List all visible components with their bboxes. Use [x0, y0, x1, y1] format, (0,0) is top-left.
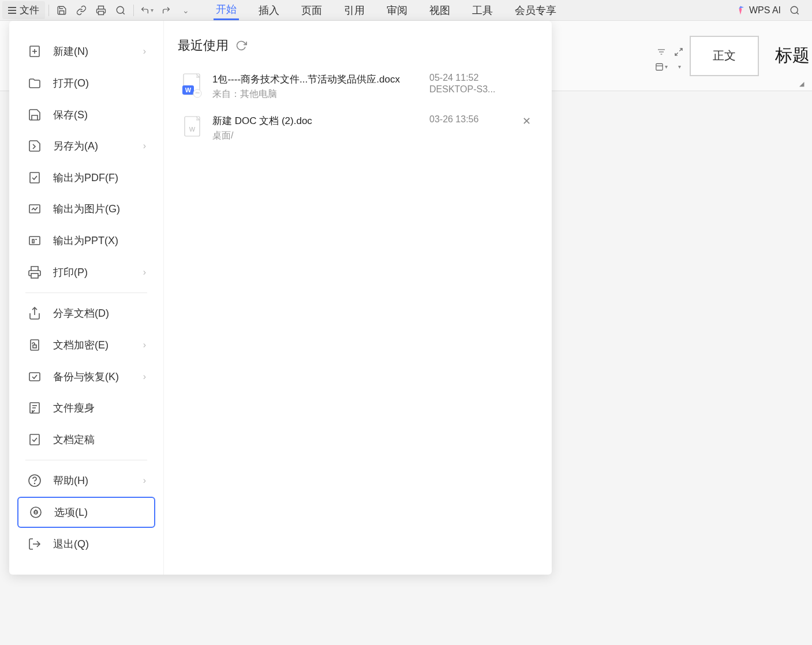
file-time: 03-26 13:56 — [429, 114, 510, 125]
svg-line-2 — [122, 12, 124, 14]
svg-text:W: W — [185, 87, 192, 93]
sidebar-item-icon — [27, 75, 43, 91]
svg-point-25 — [35, 483, 35, 484]
expand-icon-button[interactable] — [672, 46, 685, 58]
sidebar-item-label: 文件瘦身 — [53, 401, 146, 415]
ribbon-tab-label: 插入 — [259, 3, 279, 17]
preview-icon — [115, 5, 126, 16]
sidebar-item-label: 输出为PPT(X) — [53, 234, 146, 247]
sidebar-item-label: 新建(N) — [53, 44, 143, 58]
save-icon — [57, 5, 67, 16]
expand-icon — [674, 47, 683, 57]
ribbon-tab[interactable]: 会员专享 — [512, 0, 559, 20]
ribbon-tab[interactable]: 工具 — [470, 0, 495, 20]
sort-icon-button[interactable] — [655, 46, 668, 58]
recent-file-item[interactable]: W1包----商务技术文件...节活动奖品供应.docx来自：其他电脑05-24… — [178, 66, 538, 107]
sidebar-item-icon — [27, 107, 43, 123]
chevron-down-icon: ⌄ — [182, 6, 189, 15]
recent-file-item[interactable]: W新建 DOC 文档 (2).doc桌面/03-26 13:56✕ — [178, 107, 538, 149]
chevron-down-icon: ▾ — [678, 63, 681, 70]
file-source: 来自：其他电脑 — [212, 88, 420, 100]
sidebar-item-label: 备份与恢复(K) — [53, 370, 143, 384]
redo-button[interactable] — [157, 2, 175, 18]
close-icon[interactable]: ✕ — [519, 114, 533, 128]
divider — [25, 460, 147, 460]
sidebar-item-label: 打印(P) — [53, 265, 143, 279]
more-toolbar-button[interactable]: ⌄ — [177, 2, 195, 18]
file-meta: 03-26 13:56 — [429, 114, 510, 126]
ribbon-tab[interactable]: 引用 — [342, 0, 367, 20]
divider — [133, 5, 134, 16]
svg-point-3 — [791, 6, 798, 13]
attach-icon-button[interactable] — [72, 2, 91, 18]
sidebar-item-label: 保存(S) — [53, 108, 146, 122]
layout-icon-button[interactable]: ▾ — [655, 61, 668, 73]
sidebar-item[interactable]: 帮助(H)› — [17, 465, 155, 497]
save-icon-button[interactable] — [53, 2, 71, 18]
print-icon — [96, 5, 106, 16]
ribbon-tab-label: 审阅 — [387, 3, 407, 17]
file-meta: 05-24 11:52DESKTOP-S3... — [429, 73, 510, 95]
ribbon-tab[interactable]: 审阅 — [384, 0, 410, 20]
refresh-icon[interactable] — [235, 40, 247, 51]
file-name: 新建 DOC 文档 (2).doc — [212, 114, 420, 127]
ribbon-tab[interactable]: 页面 — [299, 0, 324, 20]
sidebar-item-icon — [27, 400, 43, 416]
sidebar-item-icon — [27, 201, 43, 217]
file-type-icon: W — [182, 73, 203, 98]
ribbon-tab[interactable]: 插入 — [256, 0, 282, 20]
sidebar-item[interactable]: 打开(O) — [17, 68, 155, 99]
sidebar-item[interactable]: 另存为(A)› — [17, 130, 155, 162]
attach-icon — [76, 5, 87, 16]
sidebar-item[interactable]: 文档定稿 — [17, 423, 155, 455]
sidebar-item[interactable]: 新建(N)› — [17, 36, 155, 68]
sidebar-item-icon — [27, 170, 43, 186]
sidebar-item-icon — [27, 432, 43, 448]
style-normal-label: 正文 — [713, 48, 736, 63]
sidebar-item-label: 打开(O) — [53, 76, 146, 90]
svg-rect-18 — [33, 345, 36, 348]
sidebar-item[interactable]: 输出为PPT(X) — [17, 225, 155, 257]
sidebar-item-icon — [27, 536, 43, 552]
file-menu-button[interactable]: 文件 — [2, 1, 45, 19]
chevron-right-icon: › — [143, 340, 146, 350]
chevron-right-icon: › — [143, 267, 146, 278]
sidebar-item-icon — [27, 232, 43, 249]
chevron-right-icon: › — [143, 141, 146, 151]
ribbon-tab-label: 引用 — [344, 3, 365, 17]
style-normal-box[interactable]: 正文 — [690, 36, 759, 76]
sidebar-item-label: 另存为(A) — [53, 139, 143, 153]
ribbon-tab[interactable]: 开始 — [214, 0, 239, 20]
svg-rect-19 — [29, 373, 40, 381]
sidebar-item-label: 帮助(H) — [53, 474, 143, 487]
recent-title: 最近使用 — [178, 37, 229, 54]
redo-icon — [162, 6, 171, 15]
wps-ai-button[interactable]: WPS AI — [735, 5, 781, 16]
ribbon-expand-corner[interactable]: ◢ — [799, 80, 807, 88]
sidebar-item[interactable]: 备份与恢复(K)› — [17, 361, 155, 392]
search-button[interactable] — [785, 2, 804, 18]
sidebar-item[interactable]: 退出(Q) — [17, 528, 155, 560]
svg-rect-23 — [30, 434, 39, 445]
preview-icon-button[interactable] — [111, 2, 130, 18]
svg-line-8 — [675, 52, 678, 55]
sidebar-item[interactable]: 保存(S) — [17, 99, 155, 130]
ribbon-tab[interactable]: 视图 — [427, 0, 452, 20]
sidebar-item-label: 文档定稿 — [53, 433, 146, 447]
chevron-down-icon: ▾ — [665, 63, 668, 70]
sidebar-item-icon — [27, 138, 43, 154]
print-icon-button[interactable] — [92, 2, 110, 18]
ribbon-tab-label: 会员专享 — [515, 3, 556, 17]
sidebar-item[interactable]: 输出为图片(G) — [17, 193, 155, 225]
hamburger-icon — [8, 7, 16, 14]
sidebar-item[interactable]: 打印(P)› — [17, 256, 155, 288]
svg-line-7 — [679, 48, 682, 51]
sidebar-item[interactable]: 选项(L) — [17, 497, 155, 528]
layout-icon — [655, 62, 664, 72]
more-options-button[interactable]: ▾ — [672, 61, 685, 73]
sidebar-item[interactable]: 文档加密(E)› — [17, 329, 155, 361]
sidebar-item[interactable]: 输出为PDF(F) — [17, 162, 155, 194]
sidebar-item[interactable]: 文件瘦身 — [17, 392, 155, 424]
sidebar-item[interactable]: 分享文档(D) — [17, 298, 155, 329]
undo-button[interactable]: ▾ — [137, 2, 156, 18]
